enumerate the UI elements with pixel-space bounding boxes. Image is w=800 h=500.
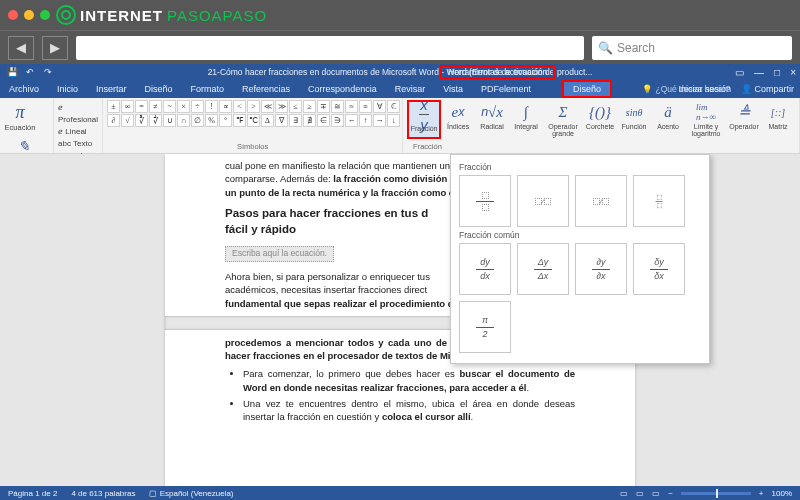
equation-tools-contextual-tab[interactable]: Herramientas de ecuación [440, 65, 555, 79]
fraction-common[interactable]: ΔyΔx [517, 243, 569, 295]
tab-diseno[interactable]: Diseño [136, 80, 182, 98]
tab-revisar[interactable]: Revisar [386, 80, 435, 98]
integral-button[interactable]: ∫Integral [509, 100, 543, 139]
symbol-cell[interactable]: ± [107, 100, 120, 113]
radical-button[interactable]: n√xRadical [475, 100, 509, 139]
symbol-cell[interactable]: ℂ [387, 100, 400, 113]
search-box[interactable]: 🔍 Search [592, 36, 792, 60]
tab-formato[interactable]: Formato [182, 80, 234, 98]
view-read-icon[interactable]: ▭ [620, 489, 628, 498]
symbol-cell[interactable]: ∃ [289, 114, 302, 127]
fraction-stacked[interactable] [459, 175, 511, 227]
symbol-cell[interactable]: × [177, 100, 190, 113]
limit-log-button[interactable]: limn→∞Límite y logaritmo [685, 100, 727, 139]
operator-button[interactable]: ≜Operador [727, 100, 761, 139]
url-bar[interactable] [76, 36, 584, 60]
symbol-cell[interactable]: ∇ [275, 114, 288, 127]
symbol-cell[interactable]: √ [121, 114, 134, 127]
symbol-cell[interactable]: ≪ [261, 100, 274, 113]
view-print-icon[interactable]: ▭ [636, 489, 644, 498]
symbol-cell[interactable]: ≤ [289, 100, 302, 113]
bracket-button[interactable]: {()}Corchete [583, 100, 617, 139]
symbol-cell[interactable]: ← [345, 114, 358, 127]
function-button[interactable]: sinθFunción [617, 100, 651, 139]
symbol-cell[interactable]: ≠ [149, 100, 162, 113]
zoom-in-icon[interactable]: + [759, 489, 764, 498]
equation-placeholder[interactable]: Escriba aquí la ecuación. [225, 246, 334, 262]
status-language[interactable]: ▢ Español (Venezuela) [149, 489, 233, 498]
symbol-cell[interactable]: ∝ [219, 100, 232, 113]
accent-button[interactable]: äAcento [651, 100, 685, 139]
fraction-common[interactable]: δyδx [633, 243, 685, 295]
symbol-cell[interactable]: ≡ [359, 100, 372, 113]
symbol-cell[interactable]: = [135, 100, 148, 113]
fraction-common[interactable]: dydx [459, 243, 511, 295]
symbol-cell[interactable]: ∜ [149, 114, 162, 127]
undo-icon[interactable]: ↶ [24, 66, 36, 78]
symbol-cell[interactable]: ≈ [345, 100, 358, 113]
fraction-common[interactable]: π2 [459, 301, 511, 353]
fraction-small[interactable] [633, 175, 685, 227]
zoom-level[interactable]: 100% [772, 489, 792, 498]
symbol-cell[interactable]: < [233, 100, 246, 113]
view-web-icon[interactable]: ▭ [652, 489, 660, 498]
symbol-cell[interactable]: > [247, 100, 260, 113]
ribbon-options-icon[interactable]: ▭ [735, 67, 744, 78]
share-button[interactable]: 👤 Compartir [741, 84, 794, 94]
symbol-cell[interactable]: ∪ [163, 114, 176, 127]
symbol-cell[interactable]: ↓ [387, 114, 400, 127]
symbol-cell[interactable]: ∄ [303, 114, 316, 127]
symbol-cell[interactable]: ∀ [373, 100, 386, 113]
status-page[interactable]: Página 1 de 2 [8, 489, 57, 498]
script-button[interactable]: exÍndices [441, 100, 475, 139]
fraction-skewed[interactable]: ⁄ [517, 175, 569, 227]
symbol-cell[interactable]: ∂ [107, 114, 120, 127]
symbol-cell[interactable]: ∋ [331, 114, 344, 127]
save-icon[interactable]: 💾 [6, 66, 18, 78]
symbol-cell[interactable]: ~ [163, 100, 176, 113]
matrix-button[interactable]: [::]Matriz [761, 100, 795, 139]
minimize-icon[interactable]: — [754, 67, 764, 78]
symbol-cell[interactable]: ∅ [191, 114, 204, 127]
symbol-cell[interactable]: ! [205, 100, 218, 113]
tab-vista[interactable]: Vista [434, 80, 472, 98]
tab-archivo[interactable]: Archivo [0, 80, 48, 98]
symbol-cell[interactable]: → [373, 114, 386, 127]
signin-link[interactable]: Iniciar sesión [678, 84, 731, 94]
symbol-cell[interactable]: ≥ [303, 100, 316, 113]
professional-button[interactable]: ℯ Profesional [58, 102, 98, 126]
symbol-cell[interactable]: ∛ [135, 114, 148, 127]
tab-insertar[interactable]: Insertar [87, 80, 136, 98]
tab-correspondencia[interactable]: Correspondencia [299, 80, 386, 98]
nav-forward-button[interactable]: ▶ [42, 36, 68, 60]
fraction-button[interactable]: xyFracción [407, 100, 441, 139]
redo-icon[interactable]: ↷ [42, 66, 54, 78]
tab-design-equation[interactable]: Diseño [562, 80, 612, 98]
symbol-cell[interactable]: ≅ [331, 100, 344, 113]
close-dot[interactable] [8, 10, 18, 20]
symbol-cell[interactable]: ∩ [177, 114, 190, 127]
tab-pdfelement[interactable]: PDFelement [472, 80, 540, 98]
symbol-cell[interactable]: ∞ [121, 100, 134, 113]
symbol-cell[interactable]: ÷ [191, 100, 204, 113]
symbol-cell[interactable]: ℃ [247, 114, 260, 127]
zoom-slider[interactable] [681, 492, 751, 495]
symbol-cell[interactable]: ∓ [317, 100, 330, 113]
maximize-dot[interactable] [40, 10, 50, 20]
nav-back-button[interactable]: ◀ [8, 36, 34, 60]
fraction-linear[interactable]: / [575, 175, 627, 227]
tab-inicio[interactable]: Inicio [48, 80, 87, 98]
maximize-icon[interactable]: □ [774, 67, 780, 78]
linear-button[interactable]: ℯ Lineal [58, 126, 98, 138]
minimize-dot[interactable] [24, 10, 34, 20]
close-icon[interactable]: × [790, 67, 796, 78]
fraction-common[interactable]: ∂y∂x [575, 243, 627, 295]
symbol-cell[interactable]: % [205, 114, 218, 127]
large-operator-button[interactable]: ΣOperador grande [543, 100, 583, 139]
ecuacion-button[interactable]: π Ecuación [4, 100, 36, 134]
zoom-out-icon[interactable]: − [668, 489, 673, 498]
symbol-cell[interactable]: ℉ [233, 114, 246, 127]
status-word-count[interactable]: 4 de 613 palabras [71, 489, 135, 498]
symbol-cell[interactable]: ≫ [275, 100, 288, 113]
tab-referencias[interactable]: Referencias [233, 80, 299, 98]
